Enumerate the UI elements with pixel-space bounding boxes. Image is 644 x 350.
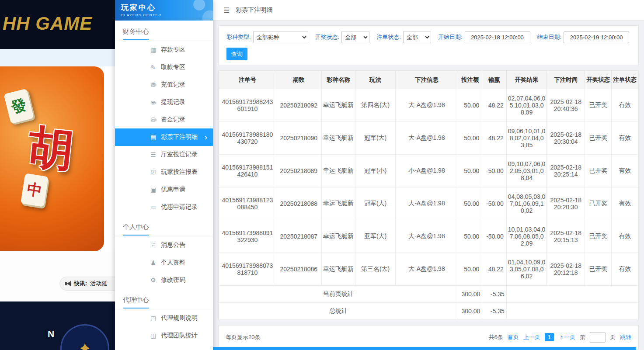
table-cell: 50.00 [458,155,482,187]
sidebar-item-label: 代理团队统计 [161,332,198,340]
sidebar-item-label: 厅室投注记录 [161,151,198,159]
draw-status-label: 开奖状态: [315,33,340,41]
bet-report-icon: ☑ [150,169,157,176]
table-cell: 401569173988180430720 [219,122,276,155]
sidebar-item-deposit-zone[interactable]: ▦存款专区 [115,41,213,59]
table-cell: 401569173988243601910 [219,89,276,122]
table-cell: 10,01,03,04,07,06,08,05,02,09 [506,220,547,253]
lottery-type-label: 彩种类型: [226,33,251,41]
table-cell: 大-A盘@1.98 [395,187,458,220]
table-cell: 01,04,10,09,03,05,07,08,06,02 [506,253,547,286]
speaker-icon [65,281,71,286]
table-cell: 幸运飞艇新 [321,253,355,286]
lottery-type-select[interactable]: 全部彩种 [253,31,308,43]
sidebar-item-promo-apply[interactable]: ▣优惠申请 [115,181,213,198]
sidebar-item-agent-rules[interactable]: ▢代理规则说明 [115,309,213,327]
bell-icon: ⚐ [150,242,157,249]
table-cell: 大-A盘@1.98 [395,220,458,253]
table-cell: 大-A盘@1.98 [395,89,458,122]
sidebar-item-label: 存款专区 [161,46,185,54]
agent-rules-icon: ▢ [150,315,157,322]
table-cell: 02,07,04,06,05,10,01,03,08,09 [506,89,547,122]
column-header: 注单状态 [612,71,638,89]
bet-status-select[interactable]: 全部 [403,31,431,43]
table-cell: 冠军(大) [355,122,396,155]
table-cell: 冠军(大) [355,187,396,220]
page-title: 彩票下注明细 [236,6,272,14]
sidebar-item-profile[interactable]: ♟个人资料 [115,254,213,271]
current-page[interactable]: 1 [545,333,554,341]
sidebar-item-promo-apply-records[interactable]: ≔优惠申请记录 [115,198,213,216]
sidebar-item-fund-records[interactable]: ⛁资金记录 [115,111,213,128]
deposit-icon: ▦ [150,46,157,53]
mahjong-tile-fa: 發 [3,89,34,124]
table-cell: 401569173988091322930 [219,220,276,253]
table-cell: 20250218087 [276,220,321,253]
end-date-label: 结束日期: [537,33,562,41]
column-header: 玩法 [355,71,396,89]
total-count: 共6条 [489,333,503,341]
per-page-text: 每页显示20条 [226,333,260,341]
sidebar-item-label: 玩家投注报表 [161,168,198,176]
sidebar-item-label: 彩票下注明细 [161,133,198,141]
sidebar-item-withdraw-records[interactable]: ⛂提现记录 [115,94,213,111]
sidebar-item-player-bet-report[interactable]: ☑玩家投注报表 [115,163,213,181]
table-cell: 小-A盘@1.98 [395,155,458,187]
sidebar-item-agent-team-stats[interactable]: ◫代理团队统计 [115,327,213,344]
sidebar-item-hall-bet-records[interactable]: ☰厅室投注记录 [115,146,213,163]
table-cell: 2025-02-18 20:15:13 [547,220,585,253]
table-cell: 大-A盘@1.98 [395,253,458,286]
column-header: 输赢 [482,71,506,89]
jump-button[interactable]: 跳转 [620,333,631,341]
sidebar-item-change-password[interactable]: ⚙修改密码 [115,271,213,289]
table-cell: 已开奖 [585,220,612,253]
sidebar-item-withdraw-zone[interactable]: ✎取款专区 [115,59,213,76]
ticker-text: 活动延 [90,280,107,288]
mahjong-tile-zhong: 中 [21,173,49,207]
sidebar-item-recharge-records[interactable]: ⛃充值记录 [115,76,213,94]
table-cell: 50.00 [458,187,482,220]
draw-status-select[interactable]: 全部 [341,31,369,43]
first-page-link[interactable]: 首页 [508,333,519,341]
sidebar-section-title: 个人中心 [115,223,213,236]
table-cell: 401569173988123088450 [219,187,276,220]
lottery-bets-icon: ▤ [150,134,157,141]
footer-accent-bar [213,347,636,350]
table-cell: 2025-02-18 20:40:36 [547,89,585,122]
table-cell: 幸运飞艇新 [321,122,355,155]
topbar: ☰ 彩票下注明细 [213,0,644,21]
table-cell: 有效 [612,89,638,122]
query-button[interactable]: 查询 [226,48,247,60]
table-cell: 有效 [612,122,638,155]
table-cell: 亚军(大) [355,220,396,253]
sidebar-subtitle: PLAYERS CENTER [121,13,207,17]
column-header: 期数 [276,71,321,89]
sidebar-item-announcements[interactable]: ⚐消息公告 [115,236,213,254]
table-cell: 幸运飞艇新 [321,187,355,220]
table-cell: -50.00 [482,155,506,187]
table-cell: 幸运飞艇新 [321,89,355,122]
hall-bets-icon: ☰ [150,151,157,158]
jump-prefix-label: 第 [580,333,585,341]
table-cell: 09,10,07,06,02,05,03,01,08,04 [506,155,547,187]
start-date-input[interactable] [465,31,530,43]
banner-strip [0,49,115,66]
emblem-icon: ✦ [78,340,91,350]
table-cell: 04,08,05,03,07,01,06,09,10,02 [506,187,547,220]
sidebar-item-label: 充值记录 [161,81,185,89]
sidebar: 玩家中心 PLAYERS CENTER 财务中心▦存款专区✎取款专区⛃充值记录⛂… [115,0,213,350]
table-cell: 大-A盘@1.98 [395,122,458,155]
summary-cell: 总统计 [219,303,458,320]
prev-page-link[interactable]: 上一页 [523,333,540,341]
jump-page-input[interactable] [590,332,606,343]
ticker-label: 快讯: [74,280,87,288]
news-ticker[interactable]: 快讯: 活动延 [59,277,115,291]
sidebar-item-label: 优惠申请记录 [161,203,198,211]
pagination-controls: 共6条 首页 上一页 1 下一页 第 页 跳转 [489,332,631,343]
sidebar-item-lottery-bet-details[interactable]: ▤彩票下注明细› [115,128,213,146]
summary-cell: 300.00 [458,286,482,303]
bets-table-card: 注单号期数彩种名称玩法下注信息投注额输赢开奖结果下注时间开奖状态注单状态 401… [218,70,639,320]
menu-icon[interactable]: ☰ [223,6,230,14]
end-date-input[interactable] [564,31,629,43]
next-page-link[interactable]: 下一页 [558,333,575,341]
